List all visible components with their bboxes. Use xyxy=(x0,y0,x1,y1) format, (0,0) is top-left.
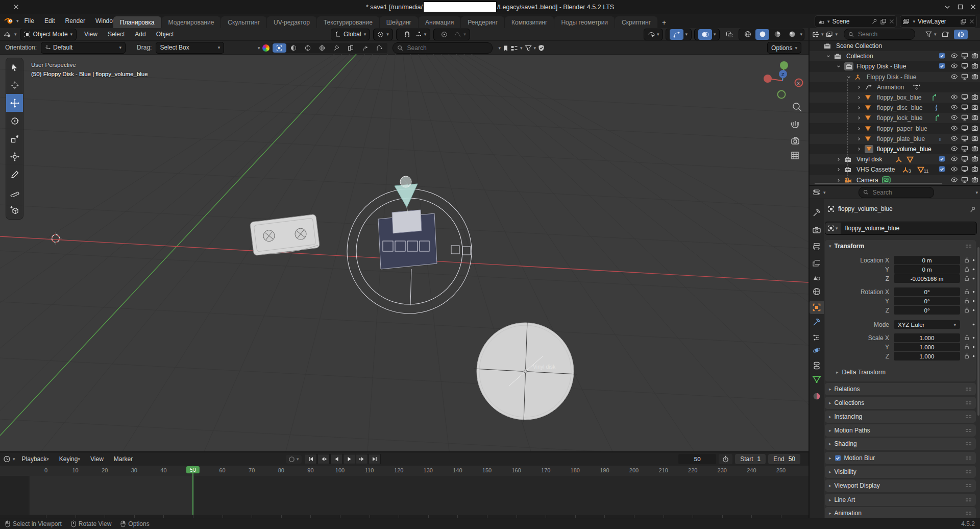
next-keyframe-button[interactable] xyxy=(356,454,368,464)
shading-solid-icon[interactable] xyxy=(755,29,769,40)
transform-orientation-dropdown[interactable]: Global ▾ xyxy=(331,29,370,40)
outliner-row-floppy-plate-blue[interactable]: floppy_plate_blue xyxy=(810,134,980,144)
expand-icon[interactable] xyxy=(836,178,841,183)
filter-brush-icon[interactable] xyxy=(330,43,344,53)
cassette-object[interactable] xyxy=(250,214,320,256)
chevron-down-icon[interactable]: ▾ xyxy=(14,32,17,37)
panel-instancing[interactable]: ▸Instancing xyxy=(825,411,976,423)
tool-rotate-button[interactable] xyxy=(6,112,23,130)
animate-dot-icon[interactable] xyxy=(971,354,976,358)
outliner-item-label[interactable]: Vinyl disk xyxy=(856,156,882,163)
disable-render-toggle-icon[interactable] xyxy=(971,63,978,69)
outliner-row-floppy-disc-blue[interactable]: floppy_disc_blue xyxy=(810,103,980,113)
chevron-down-icon[interactable]: ▾ xyxy=(836,32,838,37)
tool-transform-button[interactable] xyxy=(6,148,23,165)
disable-render-toggle-icon[interactable] xyxy=(971,125,978,131)
chevron-down-icon[interactable]: ▾ xyxy=(534,45,536,51)
chevron-down-icon[interactable]: ▾ xyxy=(913,19,915,24)
outliner-row-floppy-disk-blue[interactable]: Floppy Disk - Blue xyxy=(810,61,980,71)
viewport-menu-0[interactable]: View xyxy=(80,29,102,40)
disable-viewport-toggle-icon[interactable] xyxy=(961,104,968,110)
expand-icon[interactable] xyxy=(856,136,862,141)
number-field[interactable]: 0° xyxy=(894,287,960,296)
close-icon[interactable] xyxy=(970,4,976,10)
delta-transform-subpanel[interactable]: ▸Delta Transform xyxy=(836,369,886,376)
gizmo-icon[interactable] xyxy=(670,29,683,40)
workspace-tab-10[interactable]: Скриптинг xyxy=(615,16,657,28)
outliner-item-label[interactable]: Floppy Disk - Blue xyxy=(856,63,906,70)
shading-rendered-icon[interactable] xyxy=(785,29,799,40)
disable-viewport-toggle-icon[interactable] xyxy=(961,63,968,69)
menu-0[interactable]: File xyxy=(20,15,39,27)
hide-viewport-toggle-icon[interactable] xyxy=(950,166,958,172)
chevron-down-icon[interactable]: ▾ xyxy=(685,32,688,37)
gizmo-x-neg-axis[interactable] xyxy=(764,75,772,83)
outliner-hscrollbar[interactable] xyxy=(815,183,942,184)
number-field[interactable]: 1.000 xyxy=(894,343,960,351)
expand-icon[interactable] xyxy=(856,85,862,90)
viewport-3d[interactable]: ▾ Object Mode ▾ ViewSelectAddObject Glob… xyxy=(0,28,808,451)
disable-render-toggle-icon[interactable] xyxy=(971,177,978,183)
library-override-icon[interactable] xyxy=(954,30,968,39)
properties-tab-viewlayer[interactable] xyxy=(810,257,824,270)
panel-viewport-display[interactable]: ▸Viewport Display xyxy=(825,479,976,492)
properties-search[interactable] xyxy=(859,187,934,198)
properties-scrollbar[interactable] xyxy=(977,247,979,416)
properties-tab-constraints[interactable] xyxy=(810,359,824,372)
checkbox-toggle-icon[interactable] xyxy=(939,53,945,59)
titlebar[interactable]: * save1 [/run/media//Legacy/save1.blend]… xyxy=(0,0,980,14)
unlock-icon[interactable] xyxy=(964,334,970,341)
snap-target-icon[interactable] xyxy=(415,31,423,37)
tool-move-button[interactable] xyxy=(6,94,23,112)
pivot-point-dropdown[interactable]: ▾ xyxy=(373,29,393,40)
number-field[interactable]: 0 m xyxy=(894,256,960,264)
animate-dot-icon[interactable] xyxy=(971,258,976,262)
tool-measure-button[interactable] xyxy=(6,183,23,201)
disable-viewport-toggle-icon[interactable] xyxy=(961,135,968,141)
hide-viewport-toggle-icon[interactable] xyxy=(950,53,958,59)
tool-scale-button[interactable] xyxy=(6,130,23,148)
workspace-tab-4[interactable]: Текстурирование xyxy=(317,16,379,28)
prev-keyframe-button[interactable] xyxy=(317,454,330,464)
animate-dot-icon[interactable] xyxy=(971,299,976,303)
new-scene-icon[interactable] xyxy=(880,18,887,25)
animate-dot-icon[interactable] xyxy=(971,267,976,272)
number-field[interactable]: 0 m xyxy=(894,265,960,274)
tool-orientation-dropdown[interactable]: Default ▾ xyxy=(41,42,126,54)
viewport-search[interactable] xyxy=(393,42,493,54)
object-name-field[interactable]: floppy_volume_blue xyxy=(841,225,900,232)
viewport-menu-3[interactable]: Object xyxy=(152,29,179,40)
unlock-icon[interactable] xyxy=(964,288,970,295)
timeline-menu-1[interactable]: Keying ▾ xyxy=(55,453,85,465)
timeline-menu-2[interactable]: View xyxy=(86,453,108,465)
chevron-down-icon[interactable]: ▾ xyxy=(424,32,427,37)
checkbox-toggle-icon[interactable] xyxy=(939,156,945,162)
animate-dot-icon[interactable] xyxy=(971,290,976,294)
jump-start-button[interactable] xyxy=(305,454,317,464)
rotation-mode-dropdown[interactable]: XYZ Euler▾ xyxy=(894,320,960,329)
zoom-view-icon[interactable] xyxy=(793,103,801,111)
unlock-icon[interactable] xyxy=(964,307,970,313)
minimize-icon[interactable] xyxy=(944,4,950,10)
expand-icon[interactable] xyxy=(856,115,862,121)
workspace-tab-8[interactable]: Композитинг xyxy=(505,16,554,28)
filter-library-icon[interactable] xyxy=(344,43,358,53)
ortho-toggle-icon[interactable] xyxy=(792,152,798,159)
tool-select-box-button[interactable] xyxy=(6,58,23,76)
outliner-row-floppy-lock-blue[interactable]: floppy_lock_blue xyxy=(810,113,980,123)
animate-dot-icon[interactable] xyxy=(971,276,976,281)
chevron-down-icon[interactable]: ▾ xyxy=(714,32,716,37)
filter-select-icon[interactable] xyxy=(273,43,286,53)
snap-magnet-icon[interactable] xyxy=(400,29,414,40)
outliner-row-floppy-disk-blue[interactable]: Floppy Disk - Blue xyxy=(810,72,980,82)
frame-end-field[interactable]: End50 xyxy=(768,454,800,464)
outliner-item-label[interactable]: Animation xyxy=(877,84,904,91)
properties-tab-scene[interactable] xyxy=(810,271,824,284)
outliner-item-label[interactable]: Floppy Disk - Blue xyxy=(867,74,916,81)
chevron-down-icon[interactable]: ▾ xyxy=(13,456,15,462)
animate-dot-icon[interactable] xyxy=(971,322,976,327)
overlays-icon[interactable] xyxy=(698,29,712,40)
panel-relations[interactable]: ▸Relations xyxy=(825,383,976,395)
tool-annotate-button[interactable] xyxy=(6,165,23,183)
timeline-type-icon[interactable] xyxy=(3,455,11,463)
